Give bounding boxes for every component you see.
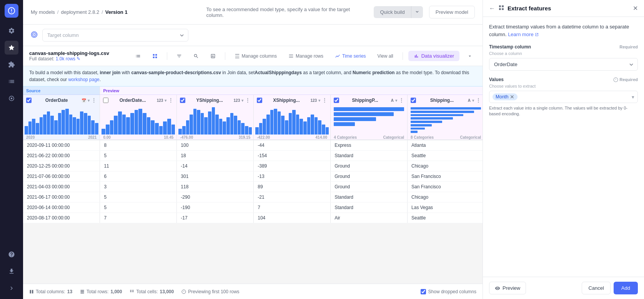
- col-header-yshipping: YShipping... 123 ▾ ⋮ -476.00: [177, 95, 254, 140]
- breadcrumb-deployment[interactable]: deployment 2.8.2: [61, 9, 99, 15]
- footer-previewing-label: Previewing first 100 rows: [188, 289, 239, 294]
- sidebar-item-help[interactable]: [5, 248, 18, 261]
- chart-range-max-1: 10.45: [164, 135, 173, 140]
- dataset-row-count-link[interactable]: 1.0k rows: [56, 56, 75, 61]
- table-cell: Ground: [331, 171, 408, 182]
- col-menu-orderdate[interactable]: ⋮: [91, 97, 97, 103]
- col-type-dropdown-2[interactable]: ▾: [241, 98, 243, 103]
- chart-range-max-2: 319.15: [239, 135, 251, 140]
- svg-rect-9: [81, 292, 84, 293]
- panel-back-button[interactable]: ←: [489, 5, 495, 12]
- chart-range-max-0: 2021: [88, 135, 97, 140]
- col-type-dropdown-4[interactable]: ▾: [395, 98, 397, 103]
- list-view-button[interactable]: [131, 51, 145, 61]
- table-cell: 2021-07-06 00:00:00: [23, 171, 100, 182]
- breadcrumb-my-models[interactable]: My models: [31, 9, 55, 15]
- panel-header: ← Extract features ✕: [483, 0, 644, 17]
- time-series-button[interactable]: Time series: [331, 51, 370, 61]
- add-button[interactable]: Add: [614, 282, 638, 294]
- workshop-link[interactable]: workshop page: [68, 77, 99, 82]
- values-tag-input[interactable]: Month ✕ ▾: [489, 91, 638, 103]
- chart-cat-type-2: Categorical: [460, 135, 481, 140]
- grid-view-button[interactable]: [148, 51, 161, 61]
- month-tag-remove[interactable]: ✕: [510, 94, 514, 100]
- sidebar-item-settings[interactable]: [5, 24, 18, 38]
- sidebar-item-radio[interactable]: [5, 91, 18, 105]
- preview-model-button[interactable]: Preview model: [429, 6, 475, 18]
- breadcrumb-sep-1: /: [57, 9, 59, 15]
- footer-cells: Total cells: 13,000: [130, 289, 174, 294]
- preview-button[interactable]: Preview: [489, 282, 526, 294]
- manage-columns-button[interactable]: Manage columns: [231, 51, 281, 61]
- outline-button[interactable]: [206, 51, 220, 61]
- col-checkbox-orderdate-preview[interactable]: [103, 98, 108, 103]
- breadcrumb: My models / deployment 2.8.2 / Version 1: [31, 9, 128, 15]
- sidebar-item-list[interactable]: [5, 75, 18, 88]
- table-cell: 2020-08-17 00:00:00: [23, 213, 100, 223]
- edit-icon[interactable]: ✎: [77, 56, 80, 61]
- sidebar-item-puzzle[interactable]: [5, 58, 18, 71]
- col-header-orderdate-preview: OrderDate... 123 ▾ ⋮ 0.00: [100, 95, 177, 140]
- table-cell: Atlanta: [408, 140, 483, 151]
- view-all-button[interactable]: View all: [374, 51, 397, 61]
- col-menu-2[interactable]: ⋮: [245, 97, 250, 103]
- col-type-dropdown-3[interactable]: ▾: [318, 98, 320, 103]
- extract-note: Extract each value into a single column.…: [489, 105, 638, 117]
- quick-build-button[interactable]: Quick build: [374, 6, 411, 18]
- sidebar-item-ai[interactable]: [5, 41, 18, 55]
- col-header-orderdate: OrderDate 📅 ▾ ⋮ 2020: [23, 95, 100, 140]
- values-dropdown-arrow[interactable]: ▾: [632, 94, 634, 100]
- chart-range-min-3: -422.00: [257, 135, 270, 140]
- col-type-dropdown[interactable]: ▾: [88, 98, 90, 103]
- col-checkbox-orderdate[interactable]: [26, 98, 32, 103]
- panel-close-button[interactable]: ✕: [633, 5, 638, 12]
- col-menu-5[interactable]: ⋮: [476, 97, 481, 103]
- table-cell: 2020-09-11 00:00:00: [23, 140, 100, 151]
- col-checkbox-yshipping[interactable]: [180, 98, 185, 103]
- col-menu-4[interactable]: ⋮: [399, 97, 404, 103]
- target-column-select[interactable]: Target column: [42, 29, 188, 42]
- footer-total-columns-label: Total columns:: [36, 289, 65, 294]
- timestamp-column-select[interactable]: OrderDate: [489, 58, 638, 71]
- manage-rows-button[interactable]: Manage rows: [285, 51, 327, 61]
- values-label: Values Required: [489, 77, 638, 82]
- table-row: 2021-04-03 00:00:00311889GroundSan Franc…: [23, 182, 483, 192]
- learn-more-link[interactable]: Learn more: [508, 32, 539, 37]
- table-row: 2020-09-11 00:00:008100-44ExpressAtlanta: [23, 140, 483, 151]
- svg-rect-5: [30, 290, 32, 293]
- table-cell: 7: [254, 203, 331, 213]
- values-group: Values Required Choose values to extract…: [489, 77, 638, 117]
- table-cell: 301: [177, 171, 254, 182]
- col-checkbox-shipping-city[interactable]: [411, 98, 416, 103]
- table-row: 2020-06-14 00:00:005-1907StandardLas Veg…: [23, 203, 483, 213]
- col-menu-3[interactable]: ⋮: [322, 97, 327, 103]
- col-checkbox-shippingp[interactable]: [334, 98, 339, 103]
- cancel-button[interactable]: Cancel: [582, 282, 610, 294]
- col-type-dropdown-1[interactable]: ▾: [165, 98, 166, 103]
- sidebar-item-expand[interactable]: [5, 281, 18, 295]
- info-banner: To build a model with this dataset, inne…: [23, 66, 483, 86]
- footer-columns: Total columns: 13: [29, 289, 72, 294]
- show-dropped-checkbox[interactable]: [421, 289, 426, 294]
- data-visualizer-button[interactable]: Data visualizer: [408, 51, 459, 61]
- app-logo[interactable]: [5, 4, 18, 18]
- table-row: 2021-06-22 00:00:00518-154StandardSeattl…: [23, 151, 483, 161]
- panel-footer-right: Cancel Add: [582, 282, 638, 294]
- col-checkbox-xshipping[interactable]: [257, 98, 262, 103]
- table-cell: 100: [177, 140, 254, 151]
- filter-button[interactable]: [173, 51, 186, 61]
- col-menu-1[interactable]: ⋮: [168, 97, 173, 103]
- breadcrumb-version: Version 1: [105, 9, 128, 15]
- footer-preview-note: Previewing first 100 rows: [181, 289, 239, 294]
- svg-rect-11: [132, 290, 134, 291]
- sidebar-item-export[interactable]: [5, 264, 18, 278]
- table-cell: 5: [100, 192, 177, 203]
- toolbar-divider-1: [167, 52, 167, 60]
- more-options-button[interactable]: [463, 51, 476, 61]
- panel-icon: [498, 5, 504, 12]
- table-cell: 2021-06-17 00:00:00: [23, 192, 100, 203]
- col-header-xshipping: XShipping... 123 ▾ ⋮ -422.00: [254, 95, 331, 140]
- search-button[interactable]: [190, 51, 203, 61]
- quick-build-dropdown[interactable]: [411, 6, 423, 18]
- col-type-dropdown-5[interactable]: ▾: [472, 98, 474, 103]
